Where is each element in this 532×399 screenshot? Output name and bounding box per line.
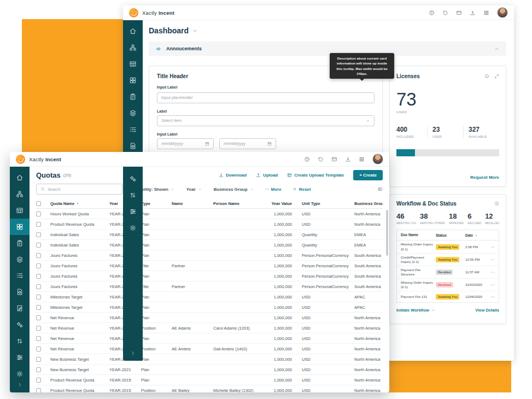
table-row[interactable]: Net RevenueYEAR-2021PositionAE AmbrizGai… bbox=[36, 344, 383, 354]
search-input[interactable] bbox=[48, 187, 118, 192]
upload-button[interactable]: Upload bbox=[256, 173, 278, 178]
sidebar-item-transfer-arrows[interactable] bbox=[10, 333, 30, 349]
row-actions-button[interactable] bbox=[488, 295, 495, 299]
more-filters-button[interactable]: More bbox=[265, 187, 282, 192]
select-all-checkbox[interactable] bbox=[36, 201, 41, 206]
table-row[interactable]: Net RevenueYEAR-2020PositionAE AdamsCaro… bbox=[36, 323, 383, 333]
row-checkbox[interactable] bbox=[36, 357, 41, 362]
sidebar-item-home[interactable] bbox=[10, 169, 30, 186]
row-checkbox[interactable] bbox=[36, 212, 41, 216]
col-name[interactable]: Name bbox=[172, 201, 213, 206]
table-scrollbar[interactable] bbox=[386, 210, 388, 256]
row-checkbox[interactable] bbox=[36, 253, 41, 258]
filter-dropdown-year[interactable]: Year bbox=[186, 187, 202, 192]
user-avatar[interactable] bbox=[372, 154, 383, 165]
history-button[interactable] bbox=[442, 10, 448, 16]
filter-dropdown-business-group[interactable]: Business Group bbox=[214, 187, 254, 192]
sidebar-item-org-chart[interactable] bbox=[10, 186, 30, 202]
download-button[interactable] bbox=[345, 156, 351, 162]
table-row[interactable]: Jours FacturesYEAR-2020TitlePartner1,000… bbox=[36, 261, 383, 271]
sidebar-item-sliders[interactable] bbox=[123, 203, 143, 220]
table-row[interactable]: Hours Worked QuotaYEAR-2020Plan1,000,000… bbox=[36, 209, 383, 219]
select-input[interactable]: Select item bbox=[157, 115, 375, 126]
download-button[interactable]: Download bbox=[219, 173, 247, 178]
sidebar-item-document-gear[interactable] bbox=[10, 284, 30, 300]
table-row[interactable]: Net RevenueYEAR-2021Plan1,000,000USDNort… bbox=[36, 333, 383, 344]
text-input[interactable] bbox=[157, 92, 375, 103]
col-quota-name[interactable]: Quota Name bbox=[50, 201, 109, 206]
workflow-row[interactable]: Missing Order Inquiry (2.1)Awaiting You2… bbox=[397, 240, 499, 253]
table-row[interactable]: Jours FacturesYEAR-2021TitlePartner1,000… bbox=[36, 281, 383, 292]
table-row[interactable]: Product Revenue QuotaYEAR-2015PositionAE… bbox=[36, 385, 383, 392]
create-upload-template-button[interactable]: Create Upload Template bbox=[287, 173, 344, 178]
sidebar-item-settings-gear[interactable] bbox=[10, 366, 30, 382]
sidebar-item-home[interactable] bbox=[123, 23, 143, 39]
date-input-end[interactable]: mm/dd/yyyy bbox=[219, 138, 276, 149]
search-input-box[interactable] bbox=[36, 184, 122, 195]
row-checkbox[interactable] bbox=[36, 388, 41, 393]
user-avatar[interactable] bbox=[497, 7, 508, 18]
chevron-up-icon[interactable] bbox=[494, 46, 499, 51]
row-checkbox[interactable] bbox=[36, 326, 41, 331]
sidebar-item-checklist[interactable] bbox=[123, 121, 143, 138]
info-icon[interactable] bbox=[494, 201, 499, 206]
col-year-value[interactable]: Year Value bbox=[264, 201, 294, 206]
row-actions-button[interactable] bbox=[488, 283, 495, 287]
row-checkbox[interactable] bbox=[36, 367, 41, 372]
sidebar-expand-button[interactable] bbox=[123, 350, 143, 356]
sidebar-item-transfer-arrows[interactable] bbox=[123, 187, 143, 203]
sidebar-item-quotas-grid[interactable] bbox=[123, 72, 143, 89]
sidebar-item-org-chart[interactable] bbox=[123, 39, 143, 56]
row-checkbox[interactable] bbox=[36, 284, 41, 289]
row-checkbox[interactable] bbox=[36, 222, 41, 227]
row-checkbox[interactable] bbox=[36, 378, 41, 383]
info-icon[interactable] bbox=[484, 74, 489, 79]
col-status[interactable]: Status bbox=[436, 233, 465, 237]
workflow-row[interactable]: Missing Order Inquiry (2.1)Declined31/03… bbox=[397, 279, 499, 291]
table-row[interactable]: Individual SalesYEAR-2020Plan1,000,000Qu… bbox=[36, 230, 383, 240]
table-row[interactable]: Jours FacturesYEAR-2020Plan1,000,000Pers… bbox=[36, 250, 383, 261]
col-person-name[interactable]: Person Name bbox=[213, 201, 264, 206]
col-unit-type[interactable]: Unit Type bbox=[294, 201, 349, 206]
request-more-link[interactable]: Request More bbox=[470, 175, 499, 180]
row-checkbox[interactable] bbox=[36, 263, 41, 268]
table-row[interactable]: Milestones TargetYEAR-2020Plan1,000,000U… bbox=[36, 292, 383, 302]
apps-grid-button[interactable] bbox=[483, 10, 489, 16]
row-checkbox[interactable] bbox=[36, 243, 41, 248]
help-button[interactable] bbox=[304, 156, 310, 162]
sidebar-expand-button[interactable] bbox=[10, 382, 30, 388]
row-actions-button[interactable] bbox=[488, 270, 495, 274]
sidebar-item-settings-gear[interactable] bbox=[123, 220, 143, 236]
sidebar-item-layers[interactable] bbox=[10, 251, 30, 268]
date-input-start[interactable]: mm/dd/yyyy bbox=[157, 138, 214, 149]
workflow-row[interactable]: Credit/Payment Inquiry (2.1)Awaiting You… bbox=[397, 254, 499, 266]
initiate-workflow-link[interactable]: Initiate Workflow bbox=[396, 308, 435, 313]
table-row[interactable]: Product Revenue QuotaYEAR-2015Plan1,000,… bbox=[36, 375, 383, 385]
row-checkbox[interactable] bbox=[36, 295, 41, 300]
sidebar-item-table[interactable] bbox=[123, 56, 143, 72]
download-button[interactable] bbox=[470, 10, 476, 16]
sidebar-item-gears[interactable] bbox=[123, 171, 143, 187]
history-button[interactable] bbox=[318, 156, 324, 162]
col-doc-name[interactable]: Doc Name bbox=[401, 233, 436, 237]
col-business-group[interactable]: Business Group bbox=[349, 201, 383, 206]
row-checkbox[interactable] bbox=[36, 232, 41, 237]
announcements-bar[interactable]: Annoucements bbox=[149, 42, 506, 56]
sidebar-item-document-edit[interactable] bbox=[10, 300, 30, 316]
column-settings-button[interactable] bbox=[377, 186, 383, 192]
sidebar-item-table[interactable] bbox=[10, 202, 30, 219]
sidebar-item-clipboard[interactable] bbox=[123, 89, 143, 105]
sidebar-item-quotas-grid[interactable] bbox=[10, 219, 30, 235]
create-button[interactable]: + Create bbox=[353, 170, 383, 180]
sidebar-item-layers[interactable] bbox=[123, 105, 143, 121]
table-row[interactable]: Jours FacturesYEAR-2021Plan1,000,000Pers… bbox=[36, 271, 383, 281]
col-type[interactable]: Type bbox=[141, 201, 172, 206]
row-actions-button[interactable] bbox=[488, 257, 495, 262]
page-title[interactable]: Dashboard bbox=[149, 26, 197, 35]
sidebar-item-gears[interactable] bbox=[10, 316, 30, 333]
row-checkbox[interactable] bbox=[36, 336, 41, 341]
mail-button[interactable] bbox=[331, 156, 337, 162]
row-checkbox[interactable] bbox=[36, 315, 41, 320]
row-checkbox[interactable] bbox=[36, 347, 41, 351]
sidebar-item-clipboard[interactable] bbox=[10, 235, 30, 251]
